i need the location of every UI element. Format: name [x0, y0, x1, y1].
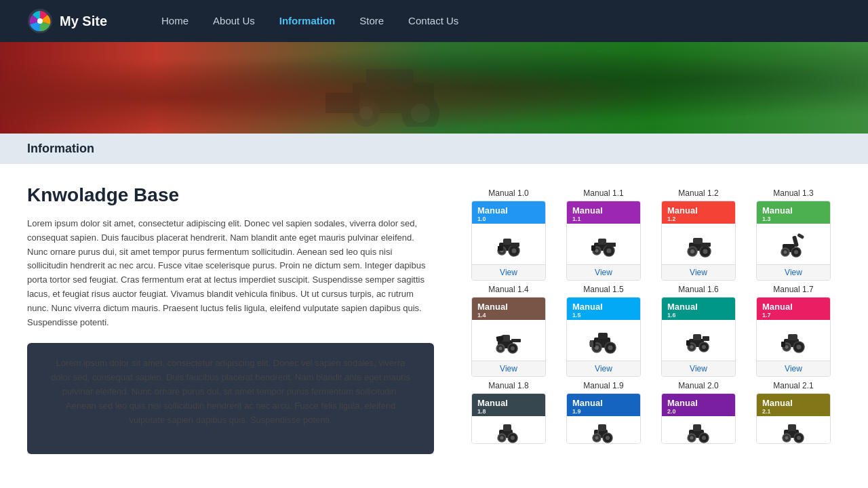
- card-wrapper-3-3: Manual 2.1 Manual 2.1: [746, 377, 841, 444]
- card-view-btn-1-0[interactable]: View: [472, 264, 545, 280]
- card-wrapper-1-2: Manual 1.2 Manual 1.2: [651, 184, 746, 281]
- card-view-btn-1-1[interactable]: View: [567, 264, 640, 280]
- svg-rect-96: [788, 424, 796, 431]
- card-wrapper-1-3: Manual 1.3 Manual 1.3: [746, 184, 841, 281]
- card-view-btn-2-0[interactable]: View: [472, 361, 545, 376]
- card-view-btn-2-2[interactable]: View: [662, 361, 735, 376]
- card-icon-area-1-0: [472, 224, 545, 264]
- card-title-2-0: Manual 1.4: [488, 285, 528, 294]
- card-icon-area-2-0: [472, 320, 545, 361]
- main-content: Knwoladge Base Lorem ipsum dolor sit ame…: [0, 164, 868, 474]
- svg-rect-8: [326, 93, 359, 113]
- card-label-1-3: Manual: [762, 205, 825, 216]
- card-icon-area-1-3: [757, 224, 830, 264]
- card-title-3-0: Manual 1.8: [488, 381, 528, 390]
- card-wrapper-2-1: Manual 1.5 Manual 1.5: [556, 281, 651, 377]
- card-3-1: Manual 1.9: [566, 393, 641, 444]
- card-sub-2-2: 1.6: [667, 312, 730, 319]
- card-label-3-3: Manual: [762, 398, 825, 408]
- card-wrapper-2-2: Manual 1.6 Manual 1.6: [651, 281, 746, 377]
- nav-home[interactable]: Home: [161, 15, 189, 26]
- card-wrapper-2-3: Manual 1.7 Manual 1.7: [746, 281, 841, 377]
- loader2-icon-2-2: [684, 325, 713, 355]
- svg-point-74: [500, 436, 504, 440]
- card-title-1-1: Manual 1.1: [583, 188, 623, 198]
- card-view-btn-2-1[interactable]: View: [567, 361, 640, 376]
- svg-point-87: [690, 436, 694, 440]
- card-label-3-1: Manual: [572, 398, 635, 408]
- card-title-3-3: Manual 2.1: [773, 381, 813, 390]
- svg-rect-62: [693, 334, 701, 340]
- nav-store[interactable]: Store: [359, 15, 384, 26]
- card-icon-area-2-3: [757, 320, 830, 361]
- hero-decoration: [298, 49, 570, 127]
- card-wrapper-1-0: Manual 1.0 Manual 1.0: [461, 184, 556, 281]
- card-label-1-0: Manual: [477, 205, 540, 216]
- nav-information[interactable]: Information: [279, 15, 336, 26]
- svg-rect-24: [606, 243, 616, 247]
- card-2-0: Manual 1.4: [471, 297, 546, 377]
- svg-point-93: [785, 436, 789, 440]
- quote-box: Lorem ipsum dolor sit amet, consectetur …: [27, 343, 434, 454]
- card-icon-area-2-1: [567, 320, 640, 361]
- card-header-2-1: Manual 1.5: [567, 298, 640, 320]
- svg-rect-7: [366, 69, 414, 89]
- card-2-3: Manual 1.7 Vie: [756, 297, 831, 377]
- card-1-3: Manual 1.3 Vie: [756, 201, 831, 281]
- card-wrapper-3-1: Manual 1.9 Manual 1.9: [556, 377, 651, 444]
- machine-icon-3-0: [494, 415, 524, 444]
- card-header-1-3: Manual 1.3: [757, 201, 830, 224]
- card-icon-area-1-2: [662, 224, 735, 264]
- body-text: Lorem ipsum dolor sit amet, consectetur …: [27, 217, 434, 329]
- svg-point-21: [607, 249, 612, 253]
- card-label-2-1: Manual: [572, 302, 635, 312]
- card-label-2-0: Manual: [477, 302, 540, 312]
- svg-point-95: [797, 436, 801, 440]
- brand-link[interactable]: My Site: [27, 8, 107, 34]
- card-view-btn-2-3[interactable]: View: [757, 361, 830, 376]
- card-label-3-2: Manual: [667, 398, 730, 408]
- card-view-btn-1-2[interactable]: View: [662, 264, 735, 280]
- card-view-btn-1-3[interactable]: View: [757, 264, 830, 280]
- quote-text: Lorem ipsum dolor sit amet, consectetur …: [47, 357, 414, 427]
- card-label-1-1: Manual: [572, 205, 635, 216]
- svg-point-41: [499, 347, 502, 350]
- card-header-3-3: Manual 2.1: [757, 394, 830, 416]
- card-sub-3-0: 1.8: [477, 408, 540, 415]
- svg-rect-14: [503, 239, 511, 245]
- hero-image: [0, 42, 868, 134]
- svg-point-4: [359, 106, 373, 120]
- nav-contact[interactable]: Contact Us: [408, 15, 458, 26]
- card-icon-area-3-0: [472, 416, 545, 443]
- card-title-3-2: Manual 2.0: [678, 381, 718, 390]
- card-sub-1-1: 1.1: [572, 216, 635, 222]
- card-icon-area-3-3: [757, 416, 830, 443]
- card-label-2-2: Manual: [667, 302, 730, 312]
- card-wrapper-3-0: Manual 1.8 Manual 1.8: [461, 377, 556, 444]
- card-1-1: Manual 1.1: [566, 201, 641, 281]
- card-sub-3-3: 2.1: [762, 408, 825, 415]
- svg-rect-38: [797, 233, 804, 239]
- card-header-1-2: Manual 1.2: [662, 201, 735, 224]
- svg-point-80: [595, 436, 599, 440]
- svg-point-27: [690, 249, 694, 253]
- card-sub-2-1: 1.5: [572, 312, 635, 319]
- navbar: My Site Home About Us Information Store …: [0, 0, 868, 42]
- card-sub-1-2: 1.2: [667, 216, 730, 222]
- svg-rect-16: [511, 243, 519, 247]
- right-column: Manual 1.0 Manual 1.0: [461, 184, 841, 454]
- card-2-2: Manual 1.6: [661, 297, 736, 377]
- card-header-3-1: Manual 1.9: [567, 394, 640, 416]
- svg-point-89: [702, 436, 706, 440]
- loader-icon-2-0: [494, 325, 524, 355]
- card-icon-area-3-2: [662, 416, 735, 443]
- card-title-1-3: Manual 1.3: [773, 188, 813, 198]
- svg-rect-70: [788, 334, 797, 340]
- card-1-2: Manual 1.2 Vie: [661, 201, 736, 281]
- machine-icon-3-1: [589, 415, 618, 444]
- card-label-1-2: Manual: [667, 205, 730, 216]
- machine-icon-3-2: [684, 415, 713, 444]
- nav-about[interactable]: About Us: [213, 15, 255, 26]
- section-header-title: Information: [27, 142, 841, 156]
- svg-rect-31: [701, 243, 711, 247]
